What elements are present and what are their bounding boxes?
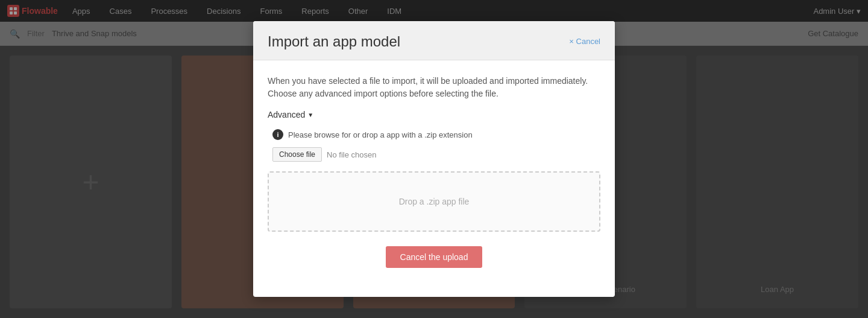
modal-desc-line1: When you have selected a file to import,… [268, 76, 588, 86]
file-input-row: Choose file No file chosen [268, 147, 600, 162]
modal-backdrop: Import an app model × Cancel When you ha… [0, 0, 868, 318]
modal-cancel-link[interactable]: × Cancel [569, 37, 600, 46]
info-icon: i [272, 129, 283, 140]
modal-desc-line2: Choose any advanced import options befor… [268, 89, 498, 98]
modal-dialog: Import an app model × Cancel When you ha… [253, 21, 615, 297]
info-icon-text: i [277, 131, 278, 138]
choose-file-button[interactable]: Choose file [272, 147, 322, 162]
modal-description: When you have selected a file to import,… [268, 75, 600, 100]
modal-title: Import an app model [268, 33, 400, 50]
no-file-label: No file chosen [327, 150, 376, 159]
cancel-upload-button[interactable]: Cancel the upload [386, 246, 483, 268]
modal-body: When you have selected a file to import,… [253, 60, 615, 297]
info-text: Please browse for or drop a app with a .… [288, 130, 473, 139]
advanced-arrow-icon: ▼ [307, 112, 313, 118]
drop-zone[interactable]: Drop a .zip app file [268, 171, 600, 232]
info-row: i Please browse for or drop a app with a… [268, 129, 600, 140]
drop-zone-text: Drop a .zip app file [399, 197, 470, 206]
advanced-toggle[interactable]: Advanced ▼ [268, 110, 600, 119]
modal-header: Import an app model × Cancel [253, 21, 615, 60]
modal-footer: Cancel the upload [268, 246, 600, 282]
advanced-label: Advanced [268, 110, 305, 119]
